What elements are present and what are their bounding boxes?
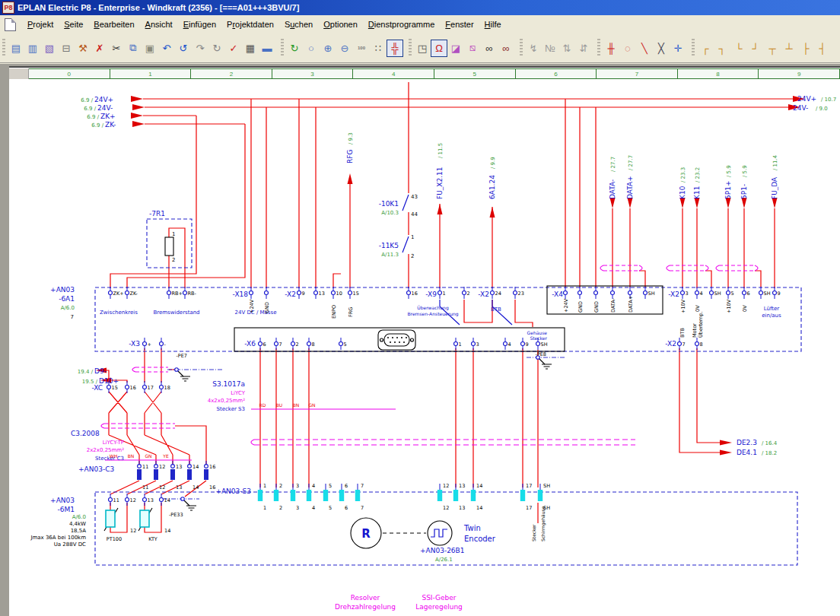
cut-scissors-icon[interactable]: ✂: [108, 40, 125, 57]
toolbar-grip: [281, 39, 284, 57]
connection-diagonal-icon[interactable]: ╲: [636, 40, 653, 57]
redo-icon[interactable]: ↷: [192, 40, 208, 57]
menu-item-projekt[interactable]: Projekt: [22, 17, 59, 31]
multi-layer-icon[interactable]: ⧅: [464, 40, 481, 57]
verify-document-icon[interactable]: ✓: [225, 40, 242, 57]
toolbar-grip: [520, 39, 523, 57]
update-view-icon[interactable]: ↻: [286, 40, 303, 57]
corner-up-left-icon[interactable]: ┘: [747, 40, 764, 57]
zoom-100-icon[interactable]: 100: [353, 40, 370, 57]
ruler-column-7: 7: [597, 68, 678, 79]
ruler-column-2: 2: [191, 68, 272, 79]
zoom-out-icon[interactable]: ⊖: [336, 40, 353, 57]
title-bar: P8 EPLAN Electric P8 - Enterprise - Wind…: [0, 0, 840, 15]
toolbar-group: ↯№⇅⇵: [525, 40, 592, 57]
toolbar-grip: [597, 39, 600, 57]
ruler-corner: [9, 68, 29, 79]
table-view-icon[interactable]: ▦: [242, 40, 259, 57]
ruler-column-3: 3: [272, 68, 354, 79]
mdi-document-icon[interactable]: [5, 18, 16, 31]
column-ruler: 0123456789: [9, 68, 840, 79]
copy-icon[interactable]: ⧉: [125, 40, 142, 57]
menu-item-optionen[interactable]: Optionen: [318, 17, 363, 31]
zoom-in-icon[interactable]: ⊕: [320, 40, 336, 57]
select-area-icon[interactable]: ◳: [414, 40, 431, 57]
ruler-column-5: 5: [434, 68, 516, 79]
toolbar-grip: [409, 39, 412, 57]
menu-item-seite[interactable]: Seite: [59, 17, 88, 31]
graphic-preview-icon[interactable]: ▬: [259, 40, 275, 57]
corner-down-right-icon[interactable]: ┌: [697, 40, 714, 57]
polygon-select-icon[interactable]: ◪: [447, 40, 464, 57]
window-title: EPLAN Electric P8 - Enterprise - Windkra…: [18, 3, 299, 12]
redo-list-icon[interactable]: ↻: [208, 40, 225, 57]
connection-circle-icon[interactable]: ◌: [619, 40, 636, 57]
ruler-column-6: 6: [516, 68, 597, 79]
eplan-app-icon: P8: [2, 2, 14, 14]
settings-wrench-icon[interactable]: ⚒: [75, 40, 91, 57]
connection-cross-icon[interactable]: ╳: [653, 40, 670, 57]
workspace: 0123456789: [0, 64, 840, 616]
menu-item-bearbeiten[interactable]: Bearbeiten: [88, 17, 139, 31]
menu-item-einfügen[interactable]: Einfügen: [178, 17, 221, 31]
undo-list-icon[interactable]: ↺: [175, 40, 192, 57]
search-go-icon[interactable]: ∞: [498, 40, 514, 57]
menu-item-dienstprogramme[interactable]: Dienstprogramme: [363, 17, 440, 31]
menu-bar: ProjektSeiteBearbeitenAnsichtEinfügenPro…: [0, 15, 840, 34]
ruler-column-0: 0: [29, 68, 110, 79]
menu-item-suchen[interactable]: Suchen: [279, 17, 318, 31]
insert-symbol-icon[interactable]: ↯: [525, 40, 542, 57]
toolbar-group: ◳Ω◪⧅∞∞: [414, 40, 514, 57]
schematic-page[interactable]: 0123456789: [9, 66, 840, 616]
ruler-column-8: 8: [678, 68, 759, 79]
corner-down-left-icon[interactable]: ┐: [714, 40, 730, 57]
terminal-numbers-icon[interactable]: ⇵: [575, 40, 592, 57]
menu-item-fenster[interactable]: Fenster: [440, 17, 479, 31]
menu-item-projektdaten[interactable]: Projektdaten: [221, 17, 279, 31]
toolbar-group: ↻○⊕⊖100∷╬: [286, 40, 403, 57]
ruler-column-4: 4: [353, 68, 434, 79]
insert-points-icon[interactable]: ∷: [370, 40, 387, 57]
t-node-right-icon[interactable]: ├: [797, 40, 814, 57]
toolbar-grip: [2, 39, 5, 57]
zoom-lens-icon[interactable]: ○: [303, 40, 320, 57]
t-node-up-icon[interactable]: ┴: [781, 40, 797, 57]
toolbar-group: ▤▥▧⊟⚒✗✂⧉▣↶↺↷↻✓▦▬: [8, 40, 275, 57]
paste-icon[interactable]: ▣: [142, 40, 158, 57]
new-page-icon[interactable]: ▤: [8, 40, 24, 57]
import-page-icon[interactable]: ▧: [41, 40, 58, 57]
connection-point-icon[interactable]: ✛: [670, 40, 686, 57]
contact-image-icon[interactable]: ⇅: [558, 40, 575, 57]
toolbar-group: ╫◌╲╳✛: [603, 40, 686, 57]
zoom-window-icon[interactable]: Ω: [431, 40, 447, 57]
connection-parallel-icon[interactable]: ╫: [603, 40, 619, 57]
menu-item-ansicht[interactable]: Ansicht: [140, 17, 178, 31]
menu-item-hilfe[interactable]: Hilfe: [479, 17, 507, 31]
toolbar: ▤▥▧⊟⚒✗✂⧉▣↶↺↷↻✓▦▬↻○⊕⊖100∷╬◳Ω◪⧅∞∞↯№⇅⇵╫◌╲╳✛…: [0, 33, 840, 63]
renumber-icon[interactable]: №: [542, 40, 558, 57]
delete-icon[interactable]: ✗: [91, 40, 108, 57]
print-icon[interactable]: ⊟: [58, 40, 75, 57]
toolbar-grip: [692, 39, 695, 57]
toolbar-group: ┌┐└┘┬┴├┤: [697, 40, 831, 57]
ruler-column-9: 9: [759, 68, 840, 79]
corner-up-right-icon[interactable]: └: [730, 40, 747, 57]
ruler-column-1: 1: [110, 68, 192, 79]
undo-icon[interactable]: ↶: [158, 40, 175, 57]
open-page-icon[interactable]: ▥: [24, 40, 41, 57]
snap-grid-icon[interactable]: ╬: [387, 40, 403, 57]
t-node-left-icon[interactable]: ┤: [814, 40, 831, 57]
t-node-down-icon[interactable]: ┬: [764, 40, 781, 57]
search-binoculars-icon[interactable]: ∞: [481, 40, 498, 57]
